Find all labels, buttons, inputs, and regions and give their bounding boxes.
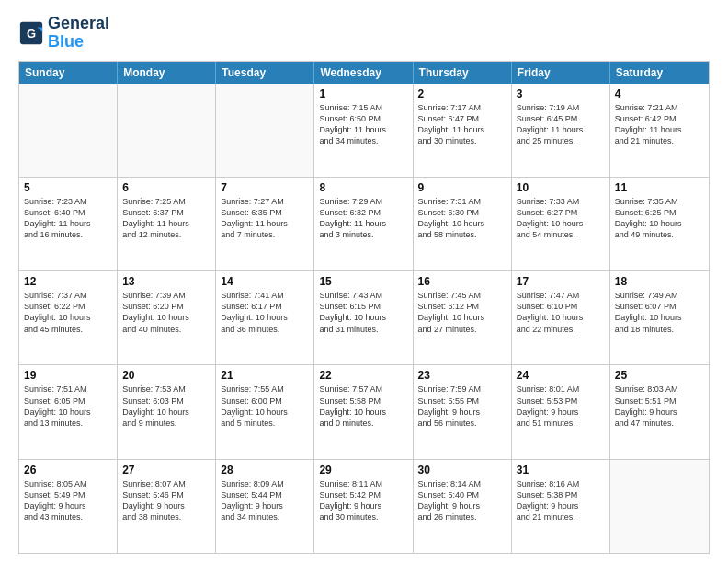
day-number: 31 [517, 464, 605, 477]
day-number: 6 [122, 181, 210, 194]
day-info: Sunrise: 7:21 AM Sunset: 6:42 PM Dayligh… [615, 102, 704, 147]
day-info: Sunrise: 7:59 AM Sunset: 5:55 PM Dayligh… [418, 384, 506, 429]
day-info: Sunrise: 8:09 AM Sunset: 5:44 PM Dayligh… [221, 478, 309, 523]
day-cell-25: 25Sunrise: 8:03 AM Sunset: 5:51 PM Dayli… [610, 365, 709, 458]
day-number: 2 [418, 87, 506, 100]
day-cell-3: 3Sunrise: 7:19 AM Sunset: 6:45 PM Daylig… [512, 84, 610, 177]
day-cell-22: 22Sunrise: 7:57 AM Sunset: 5:58 PM Dayli… [314, 365, 413, 458]
day-number: 28 [221, 464, 309, 477]
day-number: 10 [517, 181, 605, 194]
day-info: Sunrise: 7:45 AM Sunset: 6:12 PM Dayligh… [418, 290, 506, 335]
day-info: Sunrise: 7:41 AM Sunset: 6:17 PM Dayligh… [221, 290, 309, 335]
day-cell-empty [19, 84, 118, 177]
week-row-4: 19Sunrise: 7:51 AM Sunset: 6:05 PM Dayli… [19, 364, 709, 458]
day-header-saturday: Saturday [610, 62, 709, 84]
day-cell-8: 8Sunrise: 7:29 AM Sunset: 6:32 PM Daylig… [314, 178, 413, 270]
day-header-monday: Monday [118, 62, 216, 84]
logo-icon: G [18, 20, 44, 46]
day-number: 7 [221, 181, 309, 194]
day-cell-4: 4Sunrise: 7:21 AM Sunset: 6:42 PM Daylig… [610, 84, 709, 177]
day-number: 25 [615, 369, 704, 382]
day-cell-empty [610, 460, 709, 553]
day-info: Sunrise: 7:33 AM Sunset: 6:27 PM Dayligh… [517, 196, 605, 241]
day-info: Sunrise: 8:11 AM Sunset: 5:42 PM Dayligh… [319, 478, 407, 523]
day-number: 27 [122, 464, 210, 477]
day-number: 8 [319, 181, 407, 194]
day-info: Sunrise: 8:03 AM Sunset: 5:51 PM Dayligh… [615, 384, 704, 429]
day-info: Sunrise: 7:47 AM Sunset: 6:10 PM Dayligh… [517, 290, 605, 335]
day-number: 12 [24, 275, 112, 288]
day-cell-30: 30Sunrise: 8:14 AM Sunset: 5:40 PM Dayli… [414, 460, 512, 553]
day-info: Sunrise: 8:01 AM Sunset: 5:53 PM Dayligh… [517, 384, 605, 429]
day-cell-17: 17Sunrise: 7:47 AM Sunset: 6:10 PM Dayli… [512, 271, 610, 364]
day-info: Sunrise: 7:37 AM Sunset: 6:22 PM Dayligh… [24, 290, 112, 335]
day-cell-6: 6Sunrise: 7:25 AM Sunset: 6:37 PM Daylig… [118, 178, 216, 270]
page-header: G GeneralBlue [18, 15, 710, 52]
day-cell-5: 5Sunrise: 7:23 AM Sunset: 6:40 PM Daylig… [19, 178, 118, 270]
calendar-header: SundayMondayTuesdayWednesdayThursdayFrid… [19, 62, 709, 84]
day-cell-24: 24Sunrise: 8:01 AM Sunset: 5:53 PM Dayli… [512, 365, 610, 458]
logo-text: GeneralBlue [48, 15, 109, 52]
day-cell-20: 20Sunrise: 7:53 AM Sunset: 6:03 PM Dayli… [118, 365, 216, 458]
day-info: Sunrise: 7:31 AM Sunset: 6:30 PM Dayligh… [418, 196, 506, 241]
day-header-tuesday: Tuesday [216, 62, 314, 84]
day-info: Sunrise: 7:29 AM Sunset: 6:32 PM Dayligh… [319, 196, 407, 241]
day-number: 16 [418, 275, 506, 288]
day-info: Sunrise: 7:25 AM Sunset: 6:37 PM Dayligh… [122, 196, 210, 241]
day-header-friday: Friday [512, 62, 610, 84]
day-info: Sunrise: 7:15 AM Sunset: 6:50 PM Dayligh… [319, 102, 407, 147]
day-number: 17 [517, 275, 605, 288]
day-info: Sunrise: 7:57 AM Sunset: 5:58 PM Dayligh… [319, 384, 407, 429]
day-info: Sunrise: 7:23 AM Sunset: 6:40 PM Dayligh… [24, 196, 112, 241]
day-info: Sunrise: 7:27 AM Sunset: 6:35 PM Dayligh… [221, 196, 309, 241]
day-number: 26 [24, 464, 112, 477]
day-info: Sunrise: 8:05 AM Sunset: 5:49 PM Dayligh… [24, 478, 112, 523]
day-cell-empty [216, 84, 314, 177]
calendar: SundayMondayTuesdayWednesdayThursdayFrid… [18, 61, 710, 554]
day-info: Sunrise: 7:35 AM Sunset: 6:25 PM Dayligh… [615, 196, 704, 241]
day-info: Sunrise: 7:55 AM Sunset: 6:00 PM Dayligh… [221, 384, 309, 429]
day-number: 23 [418, 369, 506, 382]
day-cell-19: 19Sunrise: 7:51 AM Sunset: 6:05 PM Dayli… [19, 365, 118, 458]
day-number: 4 [615, 87, 704, 100]
day-number: 29 [319, 464, 407, 477]
week-row-2: 5Sunrise: 7:23 AM Sunset: 6:40 PM Daylig… [19, 177, 709, 270]
logo: G GeneralBlue [18, 15, 109, 52]
week-row-5: 26Sunrise: 8:05 AM Sunset: 5:49 PM Dayli… [19, 459, 709, 553]
week-row-1: 1Sunrise: 7:15 AM Sunset: 6:50 PM Daylig… [19, 84, 709, 177]
day-cell-26: 26Sunrise: 8:05 AM Sunset: 5:49 PM Dayli… [19, 460, 118, 553]
day-number: 21 [221, 369, 309, 382]
day-cell-31: 31Sunrise: 8:16 AM Sunset: 5:38 PM Dayli… [512, 460, 610, 553]
day-info: Sunrise: 7:49 AM Sunset: 6:07 PM Dayligh… [615, 290, 704, 335]
calendar-body: 1Sunrise: 7:15 AM Sunset: 6:50 PM Daylig… [19, 84, 709, 553]
day-number: 5 [24, 181, 112, 194]
day-cell-13: 13Sunrise: 7:39 AM Sunset: 6:20 PM Dayli… [118, 271, 216, 364]
day-cell-14: 14Sunrise: 7:41 AM Sunset: 6:17 PM Dayli… [216, 271, 314, 364]
day-info: Sunrise: 8:16 AM Sunset: 5:38 PM Dayligh… [517, 478, 605, 523]
day-info: Sunrise: 7:17 AM Sunset: 6:47 PM Dayligh… [418, 102, 506, 147]
day-cell-12: 12Sunrise: 7:37 AM Sunset: 6:22 PM Dayli… [19, 271, 118, 364]
day-number: 3 [517, 87, 605, 100]
day-cell-29: 29Sunrise: 8:11 AM Sunset: 5:42 PM Dayli… [314, 460, 413, 553]
day-number: 11 [615, 181, 704, 194]
day-cell-21: 21Sunrise: 7:55 AM Sunset: 6:00 PM Dayli… [216, 365, 314, 458]
day-cell-23: 23Sunrise: 7:59 AM Sunset: 5:55 PM Dayli… [414, 365, 512, 458]
day-cell-2: 2Sunrise: 7:17 AM Sunset: 6:47 PM Daylig… [414, 84, 512, 177]
day-number: 18 [615, 275, 704, 288]
day-cell-10: 10Sunrise: 7:33 AM Sunset: 6:27 PM Dayli… [512, 178, 610, 270]
day-number: 20 [122, 369, 210, 382]
day-info: Sunrise: 7:43 AM Sunset: 6:15 PM Dayligh… [319, 290, 407, 335]
day-info: Sunrise: 7:19 AM Sunset: 6:45 PM Dayligh… [517, 102, 605, 147]
day-cell-18: 18Sunrise: 7:49 AM Sunset: 6:07 PM Dayli… [610, 271, 709, 364]
day-info: Sunrise: 7:51 AM Sunset: 6:05 PM Dayligh… [24, 384, 112, 429]
day-number: 24 [517, 369, 605, 382]
day-cell-9: 9Sunrise: 7:31 AM Sunset: 6:30 PM Daylig… [414, 178, 512, 270]
day-number: 22 [319, 369, 407, 382]
day-number: 19 [24, 369, 112, 382]
day-number: 9 [418, 181, 506, 194]
day-cell-empty [118, 84, 216, 177]
day-number: 15 [319, 275, 407, 288]
day-header-wednesday: Wednesday [314, 62, 413, 84]
day-cell-16: 16Sunrise: 7:45 AM Sunset: 6:12 PM Dayli… [414, 271, 512, 364]
day-info: Sunrise: 8:14 AM Sunset: 5:40 PM Dayligh… [418, 478, 506, 523]
